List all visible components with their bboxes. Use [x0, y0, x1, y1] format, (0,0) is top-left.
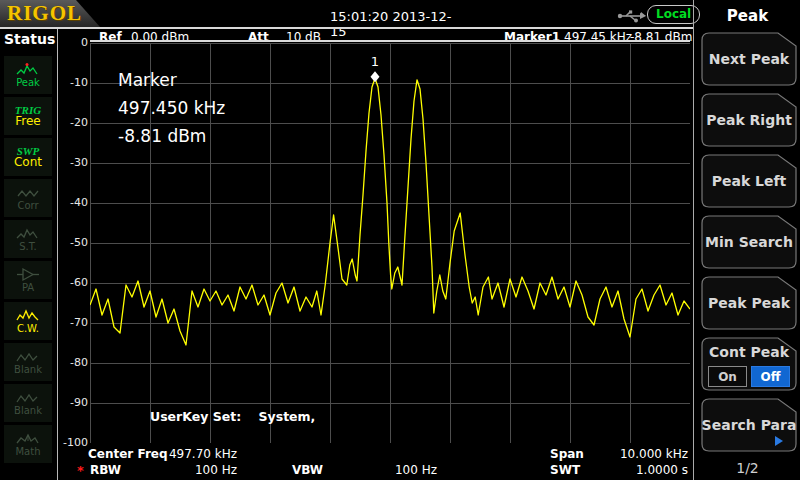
marker-readout: Marker 497.450 kHz -8.81 dBm	[118, 70, 225, 154]
spectrum-analyzer-screen: RIGOL 15:01:20 2013-12-15 Local Status P…	[0, 0, 800, 480]
status-tile-blank2: Blank	[4, 384, 52, 422]
peak-peak-button[interactable]: Peak Peak	[701, 276, 797, 330]
status-tile-label: C.W.	[17, 323, 39, 334]
center-freq-value: 497.70 kHz	[150, 447, 237, 461]
cont-peak-on-option[interactable]: On	[708, 366, 747, 387]
status-tile-label: Blank	[14, 405, 42, 416]
status-tile-swp: SWP Cont	[4, 138, 52, 176]
span-label: Span	[550, 447, 584, 461]
menu-page-indicator: 1/2	[695, 460, 800, 476]
peak-left-button[interactable]: Peak Left	[701, 154, 797, 208]
status-tile-blank1: Blank	[4, 343, 52, 381]
span-value: 10.000 kHz	[590, 447, 688, 461]
uncal-indicator: *	[77, 463, 84, 478]
cw-waveform-icon	[16, 309, 40, 323]
swp-mode: Cont	[14, 157, 42, 168]
status-tile-trig: TRIG Free	[4, 97, 52, 135]
status-tile-label: S.T.	[19, 241, 37, 252]
rigol-logo: RIGOL	[7, 1, 82, 26]
y-axis-label: -70	[58, 316, 88, 329]
next-peak-button[interactable]: Next Peak	[701, 32, 797, 86]
cont-peak-toggle: On Off	[708, 366, 790, 387]
peak-right-button[interactable]: Peak Right	[701, 93, 797, 147]
userkey-message: UserKey Set: System,	[150, 409, 315, 424]
corr-icon	[16, 186, 40, 200]
y-axis-label: -40	[58, 196, 88, 209]
rbw-value: 100 Hz	[150, 463, 237, 477]
vbw-label: VBW	[292, 463, 323, 477]
menu-panel-divider	[693, 0, 694, 480]
trig-mode: Free	[15, 116, 40, 127]
top-separator	[0, 27, 694, 29]
y-axis-label: -10	[58, 76, 88, 89]
blank-waveform-icon	[16, 391, 40, 405]
status-tile-label: PA	[22, 282, 34, 293]
clock-timestamp: 15:01:20 2013-12-15	[330, 9, 460, 39]
swt-label: SWT	[550, 463, 580, 477]
min-search-button[interactable]: Min Search	[701, 215, 797, 269]
status-tile-pa: PA	[4, 261, 52, 299]
marker-readout-freq: 497.450 kHz	[118, 98, 225, 126]
status-tile-peak: Peak	[4, 56, 52, 94]
status-tile-cw: C.W.	[4, 302, 52, 340]
y-axis-label: -100	[58, 436, 88, 449]
vbw-value: 100 Hz	[350, 463, 437, 477]
sidebar-divider	[57, 29, 58, 480]
header-separator	[90, 40, 690, 42]
usb-icon	[617, 8, 647, 27]
y-axis-label: -50	[58, 236, 88, 249]
rbw-label: RBW	[90, 463, 121, 477]
y-axis-label: -30	[58, 156, 88, 169]
submenu-arrow-icon	[775, 436, 783, 446]
status-tile-math: Math	[4, 425, 52, 463]
y-axis-label: -80	[58, 356, 88, 369]
y-axis-label: -90	[58, 396, 88, 409]
cont-peak-off-option[interactable]: Off	[751, 366, 790, 387]
marker-readout-ampl: -8.81 dBm	[118, 126, 225, 154]
status-tile-st: S.T.	[4, 220, 52, 258]
menu-title: Peak	[695, 7, 800, 25]
y-axis-label: -60	[58, 276, 88, 289]
marker-diamond-icon	[371, 71, 380, 82]
status-panel-title: Status	[4, 31, 55, 47]
search-para-button[interactable]: Search Para	[701, 398, 797, 452]
status-tile-label: Blank	[14, 364, 42, 375]
st-waveform-icon	[16, 227, 40, 241]
peak-waveform-icon	[16, 62, 40, 77]
swt-value: 1.0000 s	[590, 463, 688, 477]
status-tile-label: Peak	[16, 77, 40, 88]
marker-number: 1	[371, 54, 379, 69]
status-tile-label: Math	[15, 446, 40, 457]
cont-peak-button[interactable]: Cont Peak On Off	[701, 337, 797, 391]
blank-waveform-icon	[16, 350, 40, 364]
preamp-icon	[16, 267, 40, 282]
status-tile-corr: Corr	[4, 179, 52, 217]
y-axis-label: 0	[58, 36, 88, 49]
math-waveform-icon	[16, 432, 40, 446]
status-tile-label: Corr	[17, 200, 38, 211]
y-axis-label: -20	[58, 116, 88, 129]
marker-readout-title: Marker	[118, 70, 225, 98]
